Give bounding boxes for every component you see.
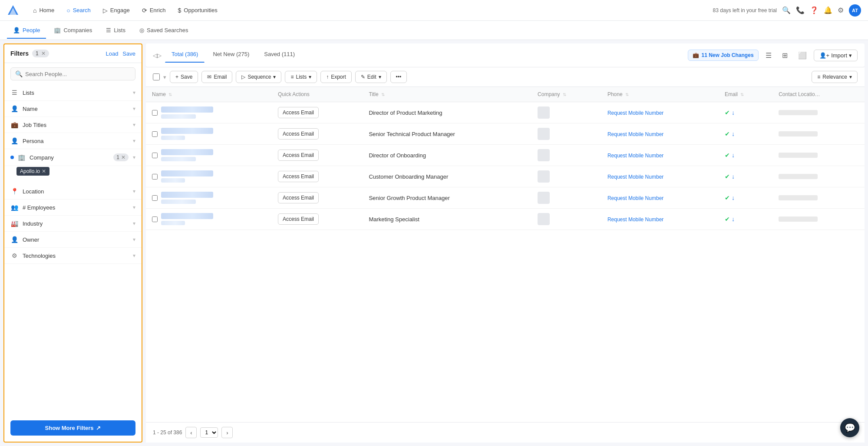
sort-phone-icon[interactable]: ⇅ [625, 92, 629, 97]
logo[interactable] [7, 4, 19, 17]
filter-toggle[interactable]: ◁▷ [153, 52, 162, 59]
more-action-button[interactable]: ••• [390, 71, 407, 83]
search-people-input[interactable] [25, 71, 131, 77]
chevron-down-icon[interactable]: ▾ [163, 74, 166, 80]
clear-company-filter[interactable]: ✕ [121, 154, 125, 160]
access-email-button[interactable]: Access Email [278, 128, 319, 140]
table-row: Access EmailSenior Technical Product Man… [146, 123, 865, 145]
header-right: 💼 11 New Job Changes ☰ ⊞ ⬜ 👤+ Import ▾ [688, 49, 858, 62]
sequence-action-button[interactable]: ▷ Sequence ▾ [236, 71, 281, 83]
relevance-button[interactable]: ≡ Relevance ▾ [812, 71, 858, 83]
name-sub-blur [161, 221, 185, 225]
access-email-button[interactable]: Access Email [278, 150, 319, 161]
tab-total[interactable]: Total (386) [165, 48, 205, 63]
tab-saved[interactable]: Saved (111) [257, 48, 301, 63]
download-icon[interactable]: ↓ [732, 109, 735, 116]
export-action-button[interactable]: ↑ Export [320, 71, 352, 83]
download-icon[interactable]: ↓ [732, 194, 735, 201]
request-mobile-link[interactable]: Request Mobile Number [607, 195, 663, 201]
chevron-down-icon: ▾ [133, 106, 135, 112]
chat-icon: 💬 [845, 423, 855, 433]
nav-enrich[interactable]: ⟳ Enrich [137, 4, 171, 17]
list-view-icon[interactable]: ☰ [762, 49, 775, 62]
access-email-button[interactable]: Access Email [278, 213, 319, 225]
filter-name[interactable]: 👤 Name ▾ [4, 101, 142, 117]
phone-icon[interactable]: 📞 [796, 6, 805, 14]
name-cell [146, 145, 272, 166]
nav-home[interactable]: ⌂ Home [28, 4, 59, 17]
export-view-icon[interactable]: ⬜ [795, 49, 810, 62]
save-action-button[interactable]: + Save [170, 71, 198, 83]
filter-owner[interactable]: 👤 Owner ▾ [4, 232, 142, 248]
filter-technologies[interactable]: ⚙ Technologies ▾ [4, 248, 142, 264]
tab-group: Total (386) Net New (275) Saved (111) [165, 48, 684, 63]
filter-job-titles[interactable]: 💼 Job Titles ▾ [4, 117, 142, 133]
avatar[interactable]: AT [849, 4, 861, 17]
prev-page-button[interactable]: ‹ [185, 427, 197, 438]
industry-filter-icon: 🏭 [10, 220, 18, 227]
sub-nav-companies[interactable]: 🏢 Companies [48, 23, 98, 39]
sort-title-icon[interactable]: ⇅ [381, 92, 385, 97]
filter-employees[interactable]: 👥 # Employees ▾ [4, 200, 142, 216]
nav-search[interactable]: ○ Search [61, 4, 96, 17]
tab-net-new[interactable]: Net New (275) [206, 48, 256, 63]
download-icon[interactable]: ↓ [732, 152, 735, 159]
grid-view-icon[interactable]: ⊞ [779, 49, 791, 62]
row-checkbox[interactable] [152, 110, 158, 116]
filter-persona[interactable]: 👤 Persona ▾ [4, 133, 142, 149]
import-button[interactable]: 👤+ Import ▾ [814, 50, 858, 61]
edit-action-button[interactable]: ✎ Edit ▾ [355, 71, 387, 83]
sub-nav: 👤 People 🏢 Companies ☰ Lists ◎ Saved Sea… [0, 21, 868, 40]
sub-nav-people[interactable]: 👤 People [7, 23, 46, 39]
help-icon[interactable]: ❓ [810, 6, 818, 14]
filter-company[interactable]: 🏢 Company 1 ✕ ▾ [4, 149, 142, 166]
download-icon[interactable]: ↓ [732, 130, 735, 137]
bell-icon[interactable]: 🔔 [824, 6, 832, 14]
chat-bubble[interactable]: 💬 [840, 418, 859, 437]
row-checkbox[interactable] [152, 195, 158, 201]
request-mobile-link[interactable]: Request Mobile Number [607, 174, 663, 180]
chevron-down-icon: ▾ [849, 52, 852, 59]
load-button[interactable]: Load [106, 50, 118, 57]
search-icon[interactable]: 🔍 [782, 6, 791, 14]
email-action-button[interactable]: ✉ Email [201, 71, 232, 83]
filter-industry[interactable]: 🏭 Industry ▾ [4, 216, 142, 232]
row-checkbox[interactable] [152, 216, 158, 222]
new-job-changes-badge[interactable]: 💼 11 New Job Changes [688, 50, 759, 61]
remove-company-tag[interactable]: ✕ [42, 168, 46, 174]
sub-nav-lists[interactable]: ☰ Lists [100, 23, 132, 39]
download-icon[interactable]: ↓ [732, 173, 735, 180]
name-blur [161, 170, 213, 176]
row-checkbox[interactable] [152, 153, 158, 158]
lists-action-button[interactable]: ≡ Lists ▾ [285, 71, 317, 83]
email-verified-icon: ✔ [725, 173, 730, 180]
request-mobile-link[interactable]: Request Mobile Number [607, 110, 663, 116]
access-email-button[interactable]: Access Email [278, 171, 319, 182]
row-checkbox[interactable] [152, 131, 158, 137]
gear-icon[interactable]: ⚙ [838, 6, 844, 14]
opportunities-icon: $ [178, 7, 182, 14]
sort-name-icon[interactable]: ⇅ [168, 92, 172, 97]
save-button[interactable]: Save [122, 50, 135, 57]
sort-company-icon[interactable]: ⇅ [563, 92, 566, 97]
sort-email-icon[interactable]: ⇅ [740, 92, 744, 97]
request-mobile-link[interactable]: Request Mobile Number [607, 153, 663, 159]
page-select[interactable]: 1 2 3 [200, 427, 218, 438]
download-icon[interactable]: ↓ [732, 216, 735, 223]
person-add-icon: 👤+ [819, 52, 830, 59]
next-page-button[interactable]: › [221, 427, 233, 438]
row-checkbox[interactable] [152, 174, 158, 180]
nav-opportunities[interactable]: $ Opportunities [173, 4, 223, 17]
access-email-button[interactable]: Access Email [278, 107, 319, 118]
request-mobile-link[interactable]: Request Mobile Number [607, 216, 663, 223]
clear-filter-badge[interactable]: ✕ [41, 50, 46, 57]
plus-icon: + [175, 74, 178, 80]
filter-lists[interactable]: ☰ Lists ▾ [4, 85, 142, 101]
request-mobile-link[interactable]: Request Mobile Number [607, 131, 663, 137]
sub-nav-saved-searches[interactable]: ◎ Saved Searches [133, 23, 194, 39]
nav-engage[interactable]: ▷ Engage [98, 4, 135, 17]
access-email-button[interactable]: Access Email [278, 192, 319, 203]
filter-location[interactable]: 📍 Location ▾ [4, 183, 142, 200]
show-more-filters-button[interactable]: Show More Filters ↗ [10, 420, 135, 436]
select-all-checkbox[interactable] [153, 73, 160, 80]
